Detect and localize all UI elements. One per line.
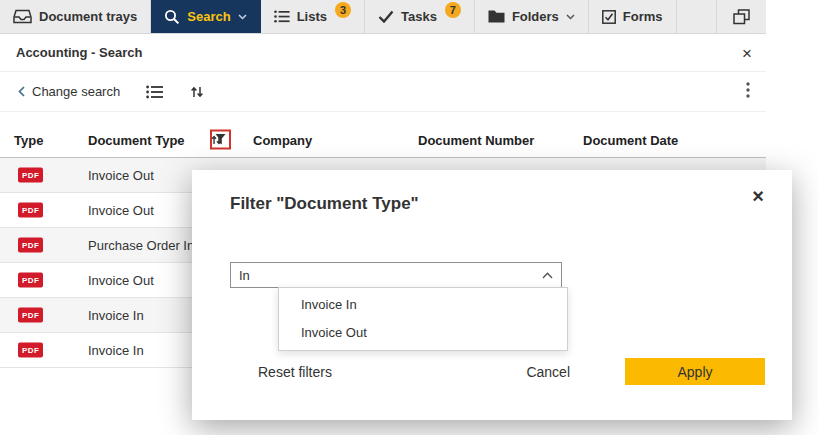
- combobox-value: In: [239, 268, 542, 283]
- chevron-down-icon: [238, 14, 247, 20]
- page-title: Accounting - Search: [16, 45, 142, 60]
- nav-item-folders[interactable]: Folders: [475, 0, 589, 33]
- list-view-icon: [146, 85, 163, 99]
- chevron-down-icon: [566, 14, 575, 20]
- nav-item-lists[interactable]: Lists 3: [261, 0, 365, 33]
- filter-highlight-box[interactable]: [210, 130, 231, 150]
- close-icon[interactable]: ×: [752, 186, 764, 206]
- document-type-filter-controls: [210, 133, 223, 146]
- pdf-icon: PDF: [18, 308, 43, 323]
- nav-label-document-trays: Document trays: [39, 9, 137, 24]
- filter-dialog: Filter "Document Type" × In Invoice In I…: [192, 170, 792, 420]
- dropdown-option-invoice-in[interactable]: Invoice In: [279, 291, 567, 319]
- column-header-type[interactable]: Type: [14, 132, 43, 147]
- apply-button[interactable]: Apply: [625, 358, 765, 385]
- close-icon[interactable]: ×: [742, 44, 752, 61]
- chevron-left-icon: [18, 86, 25, 97]
- dropdown-option-invoice-out[interactable]: Invoice Out: [279, 319, 567, 347]
- result-table-header: Type Document Type Company Document Numb…: [0, 122, 766, 158]
- panel-header: Accounting - Search ×: [0, 34, 766, 72]
- result-toolbar: Change search: [0, 72, 766, 112]
- tasks-count-badge: 7: [445, 2, 461, 18]
- nav-label-tasks: Tasks: [401, 9, 437, 24]
- cell-document-type: Invoice In: [88, 308, 144, 323]
- top-nav: Document trays Search Lists 3 Tasks 7 Fo…: [0, 0, 766, 34]
- search-icon: [164, 9, 180, 25]
- dialog-title: Filter "Document Type": [230, 194, 419, 214]
- sort-button[interactable]: [189, 84, 205, 100]
- chevron-up-icon: [542, 272, 553, 279]
- column-header-company[interactable]: Company: [253, 132, 312, 147]
- cell-document-type: Purchase Order In: [88, 238, 194, 253]
- combobox-dropdown: Invoice In Invoice Out: [278, 287, 568, 351]
- column-header-document-date[interactable]: Document Date: [583, 132, 678, 147]
- cell-document-type: Invoice Out: [88, 168, 154, 183]
- forms-icon: [602, 10, 616, 24]
- pdf-icon: PDF: [18, 238, 43, 253]
- folder-icon: [488, 10, 505, 23]
- cancel-button[interactable]: Cancel: [526, 364, 570, 380]
- document-type-combobox[interactable]: In: [230, 262, 562, 288]
- document-tray-icon: [13, 9, 32, 24]
- pdf-icon: PDF: [18, 168, 43, 183]
- nav-item-tasks[interactable]: Tasks 7: [365, 0, 475, 33]
- lists-count-badge: 3: [335, 2, 351, 18]
- pdf-icon: PDF: [18, 203, 43, 218]
- cell-document-type: Invoice Out: [88, 203, 154, 218]
- cell-document-type: Invoice Out: [88, 273, 154, 288]
- nav-label-folders: Folders: [512, 9, 559, 24]
- open-new-window-button[interactable]: [716, 0, 766, 33]
- filter-funnel-icon: [215, 134, 226, 146]
- kebab-menu-icon: [746, 82, 750, 98]
- more-options-button[interactable]: [746, 82, 750, 102]
- nav-item-document-trays[interactable]: Document trays: [0, 0, 151, 33]
- nav-label-search: Search: [187, 9, 230, 24]
- nav-item-forms[interactable]: Forms: [589, 0, 677, 33]
- column-header-document-type[interactable]: Document Type: [88, 132, 185, 147]
- nav-item-search[interactable]: Search: [151, 0, 260, 33]
- nav-label-lists: Lists: [297, 9, 327, 24]
- checkmark-icon: [378, 10, 394, 23]
- column-header-document-number[interactable]: Document Number: [418, 132, 534, 147]
- reset-filters-button[interactable]: Reset filters: [258, 364, 332, 380]
- new-window-icon: [733, 9, 750, 25]
- change-search-button[interactable]: Change search: [18, 84, 120, 99]
- list-icon: [274, 10, 290, 23]
- pdf-icon: PDF: [18, 343, 43, 358]
- sort-arrows-icon: [189, 84, 205, 100]
- nav-label-forms: Forms: [623, 9, 663, 24]
- cell-document-type: Invoice In: [88, 343, 144, 358]
- change-search-label: Change search: [32, 84, 120, 99]
- list-view-toggle-button[interactable]: [146, 85, 163, 99]
- pdf-icon: PDF: [18, 273, 43, 288]
